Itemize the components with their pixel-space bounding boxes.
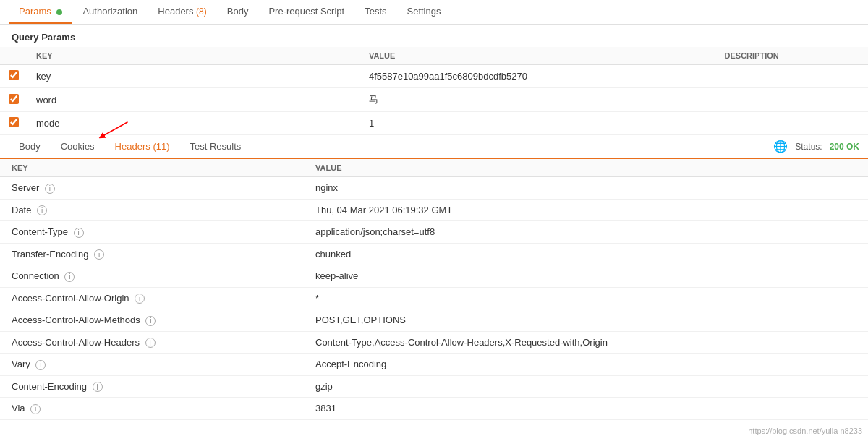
list-item: Content-Encoding i gzip: [0, 375, 868, 398]
resp-key-cell: Content-Type i: [0, 221, 304, 244]
resp-key-cell: Content-Encoding i: [0, 375, 304, 398]
value-col-header: VALUE: [360, 47, 716, 65]
list-item: Vary i Accept-Encoding: [0, 354, 868, 376]
top-tabs-bar: Params Authorization Headers (8) Body Pr…: [0, 0, 868, 25]
tab-tests[interactable]: Tests: [354, 0, 396, 24]
tab-body[interactable]: Body: [217, 0, 259, 24]
info-icon: i: [37, 205, 47, 215]
resp-value-cell: keep-alive: [304, 265, 868, 288]
resp-value-cell: application/json;charset=utf8: [304, 221, 868, 244]
desc-col-header: DESCRIPTION: [716, 47, 868, 65]
resp-key-cell: Server i: [0, 177, 304, 200]
key-cell: mode: [27, 112, 360, 135]
list-item: Access-Control-Allow-Origin i *: [0, 287, 868, 309]
resp-key-cell: Transfer-Encoding i: [0, 243, 304, 265]
table-row: mode 1: [0, 112, 868, 135]
query-params-table: KEY VALUE DESCRIPTION key 4f5587e10a99aa…: [0, 47, 868, 135]
desc-cell: [716, 112, 868, 135]
resp-key-cell: Access-Control-Allow-Methods i: [0, 309, 304, 332]
params-active-dot: [56, 9, 62, 15]
resp-value-cell: Content-Type,Access-Control-Allow-Header…: [304, 331, 868, 354]
resp-tab-cookies[interactable]: Cookies: [51, 135, 105, 159]
checkbox-cell[interactable]: [0, 88, 27, 112]
value-cell: 4f5587e10a99aa1f5c6809bdcdfb5270: [360, 65, 716, 88]
key-cell: key: [27, 65, 360, 88]
resp-key-cell: Connection i: [0, 265, 304, 288]
list-item: Access-Control-Allow-Headers i Content-T…: [0, 331, 868, 354]
resp-key-header: KEY: [0, 159, 304, 177]
tab-prerequest[interactable]: Pre-request Script: [258, 0, 354, 24]
info-icon: i: [35, 360, 46, 370]
resp-tab-testresults[interactable]: Test Results: [180, 135, 252, 159]
resp-key-cell: Via i: [0, 398, 304, 420]
resp-key-cell: Access-Control-Allow-Headers i: [0, 331, 304, 354]
list-item: Access-Control-Allow-Methods i POST,GET,…: [0, 309, 868, 332]
list-item: Content-Type i application/json;charset=…: [0, 221, 868, 244]
info-icon: i: [145, 316, 156, 326]
info-icon: i: [64, 272, 75, 282]
info-icon: i: [74, 228, 84, 238]
resp-value-cell: nginx: [304, 177, 868, 200]
resp-value-cell: gzip: [304, 375, 868, 398]
tab-headers[interactable]: Headers (8): [148, 0, 216, 24]
globe-icon: 🌐: [773, 140, 788, 153]
resp-value-cell: Thu, 04 Mar 2021 06:19:32 GMT: [304, 199, 868, 221]
status-label: Status:: [795, 142, 822, 152]
status-value: 200 OK: [830, 142, 859, 152]
key-col-header: KEY: [27, 47, 360, 65]
info-icon: i: [45, 184, 55, 194]
resp-value-cell: POST,GET,OPTIONS: [304, 309, 868, 332]
desc-cell: [716, 88, 868, 112]
resp-tab-headers[interactable]: Headers (11): [105, 135, 180, 159]
desc-cell: [716, 65, 868, 88]
info-icon: i: [94, 249, 104, 260]
table-row: word 马: [0, 88, 868, 112]
tab-params[interactable]: Params: [9, 0, 72, 24]
row-checkbox[interactable]: [9, 117, 19, 127]
resp-value-cell: 3831: [304, 398, 868, 420]
value-cell: 1: [360, 112, 716, 135]
info-icon: i: [135, 294, 145, 304]
query-params-label: Query Params: [0, 25, 868, 47]
table-row: key 4f5587e10a99aa1f5c6809bdcdfb5270: [0, 65, 868, 88]
response-headers-table: KEY VALUE Server i nginx Date i Thu, 04 …: [0, 159, 868, 420]
resp-key-cell: Vary i: [0, 354, 304, 376]
list-item: Transfer-Encoding i chunked: [0, 243, 868, 265]
response-tabs-bar: Body Cookies Headers (11) Test Results 🌐…: [0, 135, 868, 159]
list-item: Via i 3831: [0, 398, 868, 420]
checkbox-cell[interactable]: [0, 112, 27, 135]
row-checkbox[interactable]: [9, 70, 19, 80]
list-item: Date i Thu, 04 Mar 2021 06:19:32 GMT: [0, 199, 868, 221]
tab-settings[interactable]: Settings: [397, 0, 451, 24]
list-item: Connection i keep-alive: [0, 265, 868, 288]
info-icon: i: [30, 404, 41, 414]
checkbox-cell[interactable]: [0, 65, 27, 88]
row-checkbox[interactable]: [9, 94, 19, 104]
checkbox-col-header: [0, 47, 27, 65]
key-cell: word: [27, 88, 360, 112]
status-area: 🌐 Status: 200 OK: [773, 140, 859, 153]
tab-authorization[interactable]: Authorization: [72, 0, 148, 24]
resp-value-cell: chunked: [304, 243, 868, 265]
resp-key-cell: Date i: [0, 199, 304, 221]
list-item: Server i nginx: [0, 177, 868, 200]
value-cell: 马: [360, 88, 716, 112]
info-icon: i: [145, 338, 156, 348]
resp-value-cell: Accept-Encoding: [304, 354, 868, 376]
info-icon: i: [93, 382, 103, 392]
resp-key-cell: Access-Control-Allow-Origin i: [0, 287, 304, 309]
resp-value-header: VALUE: [304, 159, 868, 177]
resp-value-cell: *: [304, 287, 868, 309]
resp-tab-body[interactable]: Body: [9, 135, 51, 159]
